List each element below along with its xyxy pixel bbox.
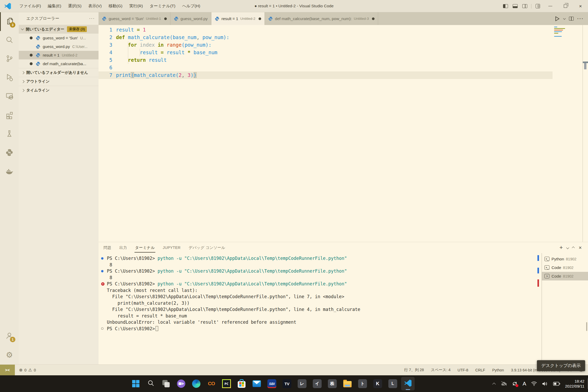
panel-tab-0[interactable]: 問題 [103,243,112,253]
open-editor-row[interactable]: guess_word.pyC:\User... [19,42,99,51]
remote-indicator[interactable]: >< [0,365,15,376]
menu-item-7[interactable]: ヘルプ(H) [179,2,204,10]
panel-tab-1[interactable]: 出力 [119,243,128,253]
panel-tab-3[interactable]: JUPYTER [162,243,181,252]
close-panel-icon[interactable]: × [579,245,582,250]
menu-item-6[interactable]: ターミナル(T) [146,2,179,10]
explorer-more-icon[interactable]: ··· [89,16,95,21]
taskbar-app-pycharm[interactable]: PC [220,377,233,390]
menu-item-4[interactable]: 移動(G) [105,2,126,10]
status-item-0[interactable]: 行 7、列 28 [404,368,424,372]
terminal-output[interactable]: PS C:\Users\81902> python -u "C:\Users\8… [99,253,537,364]
code-line-5[interactable]: 5 return result [99,56,553,64]
open-editors-header[interactable]: 開いているエディター 未保存 (3) [19,25,99,34]
toggle-secondary-sidebar-icon[interactable] [522,4,527,8]
status-item-2[interactable]: UTF-8 [457,368,468,372]
sidebar-section-1[interactable]: アウトライン [19,77,99,86]
open-editor-row[interactable]: def math_calcurate(ba... [19,59,99,68]
tray-overflow-icon[interactable] [492,383,496,386]
terminal-instance-0[interactable]: >_Python81902 [542,255,588,263]
taskbar-app-store[interactable] [235,377,248,390]
scrollbar-thumb[interactable] [584,63,586,69]
sync-icon[interactable] [512,381,518,387]
activity-item-files[interactable]: 3 [0,12,19,31]
menu-item-3[interactable]: 表示(V) [85,2,105,10]
taskbar-app-clipchamp[interactable] [174,377,188,390]
taskbar-app-kabu[interactable]: 株 [326,377,339,390]
new-terminal-icon[interactable]: + [559,245,563,250]
activity-item-run-debug[interactable] [0,69,19,87]
customize-layout-icon[interactable] [536,4,540,8]
code-line-6[interactable]: 6 [99,64,553,71]
taskbar-app-task-view[interactable] [159,377,173,390]
activity-item-account[interactable]: 1 [0,327,19,346]
dirty-indicator-icon[interactable] [259,17,261,20]
editor-tab-1[interactable]: guess_word.py [170,12,211,25]
code-line-1[interactable]: 1result = 1 [99,26,553,34]
split-editor-icon[interactable] [569,17,574,21]
status-item-1[interactable]: スペース: 4 [431,368,450,372]
activity-item-extensions[interactable] [0,106,19,125]
status-item-4[interactable]: Python [492,368,504,372]
code-line-3[interactable]: 3 for index in range(pow_num): [99,41,553,49]
editor-tab-0[interactable]: guess_word = 'Sun'Untitled-1 [99,12,170,25]
battery-icon[interactable] [553,382,560,386]
activity-item-python[interactable] [0,144,19,162]
minimize-button[interactable] [543,0,558,12]
sidebar-section-0[interactable]: 開いているフォルダーがありません [19,68,99,77]
activity-item-remote-explorer[interactable] [0,87,19,106]
taskbar-app-search[interactable] [144,377,158,390]
code-line-4[interactable]: 4 result = result * base_num [99,49,553,56]
menu-item-1[interactable]: 編集(E) [44,2,65,10]
activity-item-test-beaker[interactable] [0,125,19,144]
maximize-panel-icon[interactable] [572,247,575,249]
activity-item-settings[interactable]: ⚙ [0,346,19,364]
more-actions-icon[interactable]: ··· [577,16,584,21]
open-editor-row[interactable]: guess_word = 'Sun'U... [19,34,99,42]
run-dropdown-icon[interactable] [563,17,566,20]
editor-tab-3[interactable]: def math_calcurate(base_num, pow_num):Un… [265,12,378,25]
code-area[interactable]: 1result = 12def math_calcurate(base_num,… [99,25,553,242]
taskbar-app-l-app[interactable]: L [386,377,400,390]
activity-item-docker[interactable] [0,162,19,181]
taskbar-app-tradingview[interactable]: TV [280,377,294,390]
taskbar-app-explorer-folder[interactable] [341,377,354,390]
toggle-sidebar-icon[interactable] [503,4,508,8]
list-scrollbar[interactable] [586,322,587,331]
menu-item-5[interactable]: 実行(R) [126,2,146,10]
terminal-dropdown-icon[interactable] [566,246,569,249]
editor[interactable]: 1result = 12def math_calcurate(base_num,… [99,25,588,242]
panel-tab-4[interactable]: デバッグ コンソール [188,243,226,253]
taskbar-app-kana-re[interactable]: レ [295,377,309,390]
taskbar-app-mail[interactable] [250,377,264,390]
dirty-indicator-icon[interactable] [164,17,167,20]
taskbar-app-edge[interactable] [189,377,203,390]
taskbar-app-sbi[interactable]: SBI [265,377,279,390]
taskbar-app-kana-to[interactable]: ト [356,377,369,390]
problems-status[interactable]: ⊗ 0 ⚠ 0 [15,368,36,372]
close-button[interactable]: × [573,0,588,12]
editor-tab-2[interactable]: result = 1Untitled-2 [211,12,265,25]
minimap[interactable] [553,25,583,242]
taskbar-app-k-app[interactable]: K [371,377,384,390]
ime-mode-indicator[interactable]: A [523,381,526,387]
open-editor-row[interactable]: result = 1Untitled-2 [19,51,99,59]
taskbar-clock[interactable]: 18:42 2022/09/11 [565,379,584,389]
taskbar-app-start[interactable] [129,377,143,390]
taskbar-app-co[interactable]: CO [205,377,218,390]
code-line-2[interactable]: 2def math_calcurate(base_num, pow_num): [99,34,553,41]
toggle-panel-icon[interactable] [513,4,518,8]
dirty-indicator-icon[interactable] [372,17,375,20]
menu-item-2[interactable]: 選択(S) [65,2,85,10]
panel-tab-2[interactable]: ターミナル [134,243,155,253]
taskbar-app-kana-i[interactable]: イ [310,377,324,390]
run-python-icon[interactable] [554,16,560,22]
volume-icon[interactable] [542,381,548,386]
terminal-instance-1[interactable]: >_Code81902 [542,263,588,272]
sidebar-section-2[interactable]: タイムライン [19,86,99,95]
restore-button[interactable] [558,0,573,12]
terminal-instance-2[interactable]: >Code81902 [542,272,588,280]
status-item-3[interactable]: CRLF [475,368,485,372]
activity-item-source-control[interactable] [0,50,19,69]
activity-item-search[interactable] [0,31,19,50]
